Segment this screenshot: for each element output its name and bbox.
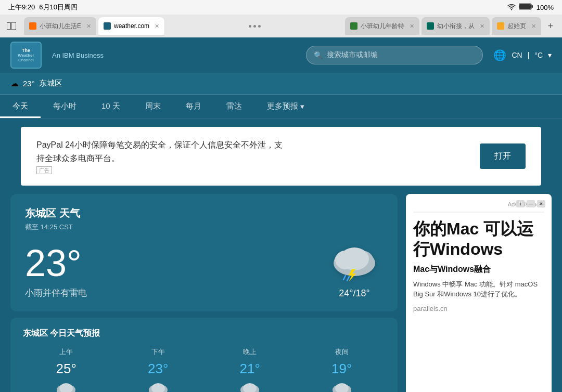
ad-info-button[interactable]: i bbox=[516, 200, 525, 207]
status-left: 上午9:20 6月10日周四 bbox=[8, 3, 78, 12]
current-weather-card: 东城区 天气 截至 14:25 CST 23° 小雨并伴有雷电 bbox=[10, 194, 398, 311]
tab-favicon-5 bbox=[497, 22, 504, 30]
nav-tabs: 今天 每小时 10 天 周末 每月 雷达 更多预报 ▾ bbox=[0, 95, 562, 119]
forecast-item-afternoon: 下午 23° bbox=[115, 347, 202, 392]
sidebar-toggle-button[interactable] bbox=[4, 19, 19, 33]
tab-close-3[interactable]: ✕ bbox=[410, 23, 414, 30]
forecast-period-1: 下午 bbox=[115, 347, 202, 357]
status-date: 6月10日周四 bbox=[39, 3, 78, 12]
bottom-content: 东城区 天气 截至 14:25 CST 23° 小雨并伴有雷电 bbox=[0, 194, 562, 392]
forecast-temp-1: 23° bbox=[115, 361, 202, 377]
svg-point-18 bbox=[59, 383, 73, 392]
forecast-temp-0: 25° bbox=[23, 361, 110, 377]
ad-wrapper: PayPal 24小时保障每笔交易的安全，保证个人信息安全不外泄，支持全球众多电… bbox=[0, 119, 562, 186]
ad-open-button[interactable]: 打开 bbox=[480, 143, 526, 169]
forecast-grid: 上午 25° bbox=[23, 347, 385, 392]
unit-label[interactable]: °C bbox=[534, 51, 543, 59]
ad-sidebar-body: Windows 中畅享 Mac 功能。针对 macOS Big Sur 和Win… bbox=[413, 279, 544, 299]
svg-line-14 bbox=[347, 277, 349, 281]
nav-tab-more[interactable]: 更多预报 ▾ bbox=[254, 95, 317, 118]
browser-tab-4[interactable]: 幼小衔接，从 ✕ bbox=[422, 17, 490, 35]
battery-percent: 100% bbox=[537, 4, 554, 11]
globe-icon[interactable]: 🌐 bbox=[493, 49, 506, 61]
logo-channel: Channel bbox=[18, 58, 34, 62]
tab-close-1[interactable]: ✕ bbox=[86, 23, 91, 30]
ad-minimize-button[interactable]: — bbox=[527, 200, 535, 207]
rain-cloud-icon-1 bbox=[145, 381, 171, 392]
forecast-title: 东城区 今日天气预报 bbox=[23, 328, 385, 339]
new-tab-button[interactable]: + bbox=[543, 19, 558, 33]
forecast-period-2: 晚上 bbox=[207, 347, 293, 357]
svg-point-25 bbox=[151, 383, 165, 392]
nav-tab-radar[interactable]: 雷达 bbox=[214, 95, 254, 118]
status-bar: 上午9:20 6月10日周四 100% bbox=[0, 0, 562, 15]
more-chevron-icon: ▾ bbox=[300, 102, 304, 111]
content-area: The Weather Channel An IBM Business 🔍 搜索… bbox=[0, 37, 562, 392]
tab-label-2: weather.com bbox=[114, 22, 149, 30]
ad-close-button[interactable]: ✕ bbox=[537, 200, 545, 207]
weather-high-low: 24°/18° bbox=[326, 288, 383, 299]
header-right: 🌐 CN | °C ▾ bbox=[493, 49, 552, 61]
tab-close-2[interactable]: ✕ bbox=[155, 23, 159, 30]
forecast-item-morning: 上午 25° bbox=[23, 347, 110, 392]
svg-point-39 bbox=[335, 383, 349, 392]
ad-sidebar: Advertisement i — ✕ 你的Mac 可以运行Windows Ma… bbox=[406, 194, 552, 392]
nav-tab-10day[interactable]: 10 天 bbox=[89, 95, 133, 118]
thunderstorm-icon bbox=[326, 242, 383, 284]
tab-label-1: 小班幼儿生活E bbox=[40, 22, 81, 31]
search-placeholder: 搜索城市或邮编 bbox=[327, 50, 378, 60]
forecast-section: 东城区 今日天气预报 上午 25° bbox=[10, 318, 398, 392]
nav-tab-hourly[interactable]: 每小时 bbox=[41, 95, 89, 118]
browser-tab-1[interactable]: 小班幼儿生活E ✕ bbox=[24, 17, 96, 35]
svg-rect-3 bbox=[531, 5, 533, 8]
nav-tab-monthly[interactable]: 每月 bbox=[173, 95, 214, 118]
left-panel: 东城区 天气 截至 14:25 CST 23° 小雨并伴有雷电 bbox=[10, 194, 398, 392]
browser-tab-5[interactable]: 起始页 ✕ bbox=[492, 17, 541, 35]
svg-point-32 bbox=[243, 383, 257, 392]
unit-toggle-chevron[interactable]: ▾ bbox=[548, 51, 552, 59]
city-name: 东城区 天气 bbox=[25, 206, 383, 220]
status-right: 100% bbox=[507, 3, 554, 11]
tab-label-3: 小班幼儿年龄特 bbox=[361, 22, 404, 31]
location-temp: 23° bbox=[23, 79, 35, 88]
ad-sidebar-controls[interactable]: i — ✕ bbox=[516, 200, 545, 207]
browser-tab-2[interactable]: weather.com ✕ bbox=[98, 17, 164, 35]
svg-rect-2 bbox=[519, 4, 531, 9]
ad-content: PayPal 24小时保障每笔交易的安全，保证个人信息安全不外泄，支持全球众多电… bbox=[36, 138, 286, 174]
weather-icon-area: 24°/18° bbox=[326, 242, 383, 299]
svg-line-13 bbox=[343, 276, 346, 280]
logo-the: The bbox=[22, 48, 30, 53]
location-name: 东城区 bbox=[39, 79, 62, 88]
weather-search-bar[interactable]: 🔍 搜索城市或邮编 bbox=[306, 46, 483, 64]
browser-tab-3[interactable]: 小班幼儿年龄特 ✕ bbox=[345, 17, 419, 35]
logo-weather: Weather bbox=[18, 53, 34, 58]
ad-text: PayPal 24小时保障每笔交易的安全，保证个人信息安全不外泄，支持全球众多电… bbox=[36, 138, 286, 165]
forecast-period-0: 上午 bbox=[23, 347, 110, 357]
rain-cloud-icon-2 bbox=[237, 381, 263, 392]
wifi-icon bbox=[507, 4, 516, 10]
ad-sidebar-link[interactable]: parallels.cn bbox=[413, 305, 544, 312]
tab-bar: 小班幼儿生活E ✕ weather.com ✕ 小班幼儿年龄特 ✕ 幼小衔接，从… bbox=[0, 15, 562, 37]
nav-tab-weekend[interactable]: 周末 bbox=[133, 95, 173, 118]
forecast-temp-2: 21° bbox=[207, 361, 293, 377]
nav-tab-today[interactable]: 今天 bbox=[0, 95, 41, 118]
battery-status bbox=[519, 3, 533, 11]
ad-divider bbox=[413, 212, 544, 213]
weather-header: The Weather Channel An IBM Business 🔍 搜索… bbox=[0, 37, 562, 73]
svg-rect-4 bbox=[7, 22, 10, 30]
forecast-item-night: 夜间 19° bbox=[299, 347, 386, 392]
svg-point-11 bbox=[335, 251, 356, 269]
weather-time: 截至 14:25 CST bbox=[25, 223, 383, 232]
divider: | bbox=[528, 51, 530, 59]
forecast-temp-3: 19° bbox=[299, 361, 386, 377]
tab-favicon-4 bbox=[427, 22, 434, 30]
language-label[interactable]: CN bbox=[512, 51, 522, 59]
location-cloud-icon: ☁ bbox=[10, 79, 19, 88]
ad-banner: PayPal 24小时保障每笔交易的安全，保证个人信息安全不外泄，支持全球众多电… bbox=[21, 127, 541, 186]
tab-bar-left[interactable] bbox=[4, 19, 19, 33]
weather-description: 小雨并伴有雷电 bbox=[25, 287, 87, 299]
tab-close-4[interactable]: ✕ bbox=[480, 23, 484, 30]
weather-channel-logo: The Weather Channel bbox=[10, 42, 42, 69]
tab-close-5[interactable]: ✕ bbox=[531, 23, 536, 30]
tab-label-4: 幼小衔接，从 bbox=[437, 22, 475, 31]
